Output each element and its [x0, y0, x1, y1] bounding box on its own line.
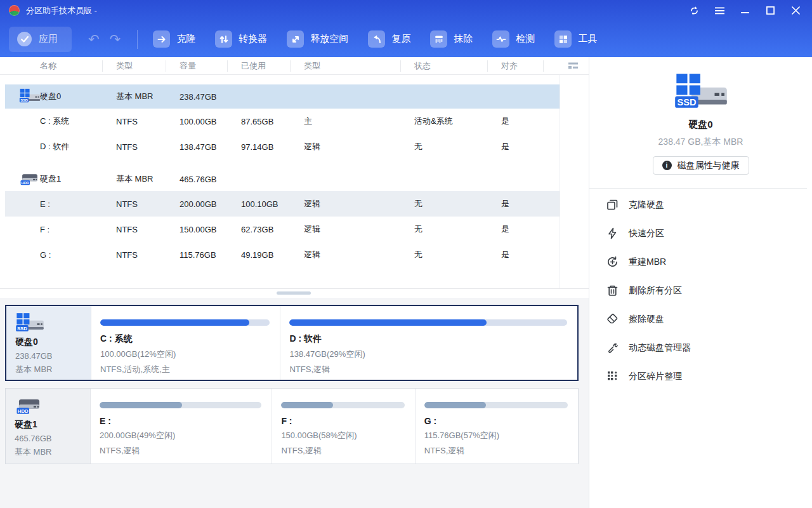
free-space-icon — [287, 30, 304, 48]
sidebar-disk-summary: 硬盘0 238.47 GB,基本 MBR i 磁盘属性与健康 — [589, 57, 812, 175]
sidebar-item-wipe-disk[interactable]: 擦除硬盘 — [589, 305, 812, 333]
converter-button[interactable]: 转换器 — [215, 30, 267, 48]
usage-bar — [289, 319, 567, 326]
partition-block-f[interactable]: F : 150.00GB(58%空闲) NTFS,逻辑 — [272, 389, 415, 464]
rebuild-mbr-icon — [606, 256, 619, 269]
sidebar-disk-meta: 238.47 GB,基本 MBR — [589, 137, 812, 148]
table-row-partition-d[interactable]: D : 软件 NTFS 138.47GB 97.14GB 逻辑 无 是 — [5, 134, 560, 159]
free-space-button[interactable]: 释放空间 — [287, 30, 348, 48]
usage-bar — [281, 402, 404, 408]
defrag-icon — [606, 370, 619, 383]
clone-button[interactable]: 克隆 — [153, 30, 195, 48]
tools-button[interactable]: 工具 — [554, 30, 597, 48]
sidebar-actions: 克隆硬盘 快速分区 重建MBR — [589, 189, 812, 391]
sidebar-item-partition-defrag[interactable]: 分区碎片整理 — [589, 362, 812, 391]
ssd-icon — [674, 100, 728, 111]
detect-button[interactable]: 检测 — [492, 30, 535, 48]
erase-icon — [430, 30, 447, 48]
toolbar: 应用 ↶ ↷ 克隆 转换器 释放空间 — [0, 21, 812, 57]
undo-icon[interactable]: ↶ — [88, 32, 100, 46]
view-options-icon[interactable] — [568, 60, 579, 72]
sidebar-item-dynamic-disk-manager[interactable]: 动态磁盘管理器 — [589, 333, 812, 362]
sidebar-item-rebuild-mbr[interactable]: 重建MBR — [589, 248, 812, 276]
main-area: 名称 类型 容量 已使用 类型 状态 对齐 — [0, 57, 812, 508]
table-row-partition-e[interactable]: E : NTFS 200.00GB 100.10GB 逻辑 无 是 — [5, 191, 560, 217]
column-header-status[interactable]: 状态 — [401, 60, 488, 72]
clone-disk-icon — [606, 199, 619, 211]
partition-block-d[interactable]: D : 软件 138.47GB(29%空闲) NTFS,逻辑 — [280, 306, 577, 380]
app-window: 分区助手技术员版 - — [0, 0, 812, 508]
hdd-icon — [15, 406, 44, 417]
erase-button[interactable]: 抹除 — [430, 30, 473, 48]
refresh-icon[interactable] — [690, 6, 699, 15]
sidebar-item-delete-all-partitions[interactable]: 删除所有分区 — [589, 276, 812, 305]
converter-icon — [215, 30, 232, 48]
window-controls — [690, 6, 803, 15]
maximize-icon[interactable] — [766, 6, 775, 15]
panel-splitter — [0, 288, 589, 298]
trash-icon — [606, 284, 619, 297]
column-header-capacity[interactable]: 容量 — [166, 60, 228, 72]
content-area: 名称 类型 容量 已使用 类型 状态 对齐 — [0, 57, 589, 508]
column-header-used[interactable]: 已使用 — [228, 60, 291, 72]
eraser-icon — [606, 313, 619, 326]
table-header: 名称 类型 容量 已使用 类型 状态 对齐 — [0, 57, 589, 75]
window-title: 分区助手技术员版 - — [26, 5, 97, 17]
column-header-options — [544, 60, 589, 72]
restore-icon — [368, 30, 385, 48]
table-row-partition-c[interactable]: C : 系统 NTFS 100.00GB 87.65GB 主 活动&系统 是 — [5, 109, 560, 134]
lightning-icon — [606, 227, 619, 240]
disk-card-disk1[interactable]: 硬盘1 465.76GB 基本 MBR E : 200.00GB(49%空闲) … — [5, 388, 579, 464]
ssd-icon — [15, 323, 44, 334]
table-row-disk0[interactable]: 硬盘0 基本 MBR 238.47GB — [5, 84, 560, 109]
table-scrollbar-track[interactable] — [560, 75, 560, 288]
disk-card-disk0[interactable]: 硬盘0 238.47GB 基本 MBR C : 系统 100.00GB(12%空… — [5, 305, 579, 381]
clone-icon — [153, 30, 170, 48]
usage-bar — [100, 319, 270, 326]
partition-block-c[interactable]: C : 系统 100.00GB(12%空闲) NTFS,活动,系统,主 — [91, 306, 280, 380]
disk-properties-button[interactable]: i 磁盘属性与健康 — [653, 156, 749, 175]
titlebar: 分区助手技术员版 - — [0, 0, 812, 21]
disk0-info: 硬盘0 238.47GB 基本 MBR — [6, 306, 91, 380]
menu-icon[interactable] — [715, 6, 724, 15]
detect-icon — [492, 30, 509, 48]
minimize-icon[interactable] — [740, 6, 750, 15]
sidebar-disk-name: 硬盘0 — [589, 119, 812, 131]
usage-bar — [100, 402, 261, 408]
wrench-icon — [606, 342, 619, 354]
header: 分区助手技术员版 - — [0, 0, 812, 57]
splitter-drag-handle[interactable] — [277, 291, 311, 295]
disk-map-panel: 硬盘0 238.47GB 基本 MBR C : 系统 100.00GB(12%空… — [0, 298, 589, 508]
ssd-icon — [19, 88, 41, 105]
usage-bar — [424, 402, 568, 408]
restore-button[interactable]: 复原 — [368, 30, 410, 48]
disk1-info: 硬盘1 465.76GB 基本 MBR — [6, 389, 91, 464]
check-icon — [17, 32, 32, 46]
column-header-name[interactable]: 名称 — [5, 60, 103, 72]
toolbar-separator — [137, 30, 138, 49]
sidebar-item-clone-disk[interactable]: 克隆硬盘 — [589, 190, 812, 219]
redo-icon[interactable]: ↷ — [110, 32, 121, 46]
sidebar: 硬盘0 238.47 GB,基本 MBR i 磁盘属性与健康 克隆硬盘 — [589, 57, 812, 508]
info-icon: i — [662, 161, 672, 170]
table-row-partition-f[interactable]: F : NTFS 150.00GB 62.73GB 逻辑 无 是 — [5, 217, 560, 242]
hdd-icon — [19, 171, 41, 187]
table-row-partition-g[interactable]: G : NTFS 115.76GB 49.19GB 逻辑 无 是 — [5, 242, 560, 267]
apply-label: 应用 — [39, 33, 58, 45]
column-header-aligned[interactable]: 对齐 — [488, 60, 544, 72]
table-row-disk1[interactable]: 硬盘1 基本 MBR 465.76GB — [5, 167, 560, 191]
apply-button[interactable]: 应用 — [9, 27, 72, 52]
table-body: 硬盘0 基本 MBR 238.47GB C : 系统 NTFS 100.00GB… — [0, 75, 589, 288]
sidebar-item-quick-partition[interactable]: 快速分区 — [589, 219, 812, 248]
partition-block-g[interactable]: G : 115.76GB(57%空闲) NTFS,逻辑 — [416, 389, 578, 464]
tools-icon — [554, 30, 572, 48]
column-header-fstype[interactable]: 类型 — [103, 60, 166, 72]
close-icon[interactable] — [791, 6, 801, 15]
partition-block-e[interactable]: E : 200.00GB(49%空闲) NTFS,逻辑 — [91, 389, 272, 464]
column-header-parttype[interactable]: 类型 — [291, 60, 401, 72]
app-logo-icon — [9, 5, 20, 16]
